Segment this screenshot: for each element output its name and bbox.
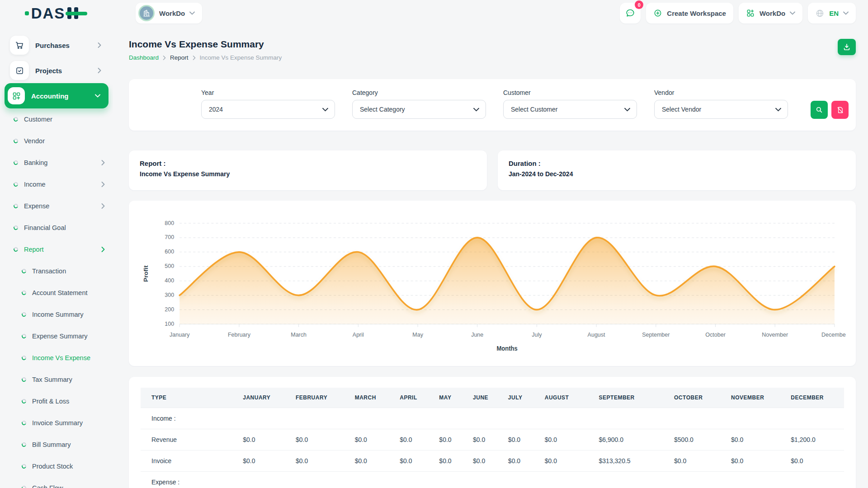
svg-text:March: March [291,331,307,338]
customer-select[interactable]: Select Customer [503,100,637,119]
page-title: Income Vs Expense Summary [129,39,282,50]
column-header: APRIL [389,388,428,408]
value-cell: $0.0 [720,429,780,450]
sidebar-item-label: Vendor [24,137,105,145]
value-cell: $0.0 [497,450,534,472]
sidebar-item-income[interactable]: Income [8,174,105,195]
chevron-down-icon [775,108,781,112]
bullet-icon [21,355,27,361]
value-cell: $0.0 [428,429,462,450]
bullet-icon [21,442,27,448]
income-expense-table: TYPEJANUARYFEBRUARYMARCHAPRILMAYJUNEJULY… [141,388,844,488]
report-card-title: Report : [140,160,476,167]
group-label: Expense : [141,472,844,488]
category-filter: Category Select Category [352,89,486,119]
sidebar-item-cash-flow[interactable]: Cash Flow [8,477,105,488]
year-filter: Year 2024 [201,89,335,119]
sidebar-item-label: Report [24,246,95,253]
logo-dot-icon [25,11,29,15]
download-button[interactable] [838,39,856,55]
customer-filter: Customer Select Customer [503,89,637,119]
duration-card-value: Jan-2024 to Dec-2024 [509,170,845,178]
bullet-icon [21,399,27,404]
topbar-actions: 0 Create Workspace WorkDo EN [620,3,856,23]
duration-summary-card: Duration : Jan-2024 to Dec-2024 [498,150,856,190]
sidebar-item-expense[interactable]: Expense [8,195,105,217]
chevron-down-icon [322,108,328,112]
breadcrumb-item[interactable]: Report [170,54,189,61]
vendor-select[interactable]: Select Vendor [654,100,788,119]
sidebar-item-income-summary[interactable]: Income Summary [8,304,105,325]
logo-h-glyph [67,5,88,21]
value-cell: $6,900.0 [588,429,663,450]
chat-bubble-icon [625,8,636,19]
dash-logo: DAS [25,5,89,21]
app-switcher-button[interactable]: WorkDo [739,3,802,23]
workspace-avatar [138,5,155,21]
sidebar-item-product-stock[interactable]: Product Stock [8,455,105,477]
sidebar-item-expense-summary[interactable]: Expense Summary [8,325,105,347]
sidebar-item-purchases[interactable]: Purchases [8,33,105,58]
bullet-icon [13,117,19,122]
sidebar-item-banking[interactable]: Banking [8,152,105,174]
year-select-value: 2024 [209,106,223,113]
vendor-filter: Vendor Select Vendor [654,89,788,119]
sidebar-item-projects[interactable]: Projects [8,58,105,83]
report-card-value: Income Vs Expense Summary [140,170,476,178]
messages-button[interactable]: 0 [620,3,641,23]
sidebar-item-income-vs-expense[interactable]: Income Vs Expense [8,347,105,369]
svg-text:Months: Months [496,345,517,352]
value-cell: $0.0 [344,429,389,450]
sidebar-item-tax-summary[interactable]: Tax Summary [8,369,105,390]
value-cell: $0.0 [285,450,344,472]
sidebar-item-vendor[interactable]: Vendor [8,130,105,152]
svg-text:September: September [642,331,670,338]
sidebar-item-account-statement[interactable]: Account Statement [8,282,105,304]
column-header: SEPTEMBER [588,388,663,408]
svg-text:100: 100 [165,320,174,327]
bullet-icon [21,420,27,426]
column-header: JUNE [462,388,497,408]
create-workspace-button[interactable]: Create Workspace [646,3,733,23]
income-expense-table-card: TYPEJANUARYFEBRUARYMARCHAPRILMAYJUNEJULY… [129,377,856,488]
workspace-switcher[interactable]: WorkDo [136,3,202,23]
column-header: JULY [497,388,534,408]
category-select[interactable]: Select Category [352,100,486,119]
sidebar-item-profit-loss[interactable]: Profit & Loss [8,390,105,412]
sidebar-item-accounting[interactable]: Accounting [5,83,108,108]
logo-text: DAS [31,6,66,21]
sidebar-item-bill-summary[interactable]: Bill Summary [8,434,105,455]
row-type-cell: Revenue [141,429,232,450]
sidebar-item-transaction[interactable]: Transaction [8,260,105,282]
chart-card: 100200300400500600700800 JanuaryFebruary… [129,201,856,366]
value-cell: $0.0 [285,429,344,450]
breadcrumb-item[interactable]: Dashboard [129,54,159,61]
svg-text:August: August [588,331,605,338]
sidebar-item-label: Banking [24,159,95,166]
language-selector[interactable]: EN [808,3,856,23]
checkbox-icon [10,61,29,80]
table-group-row: Expense : [141,472,844,488]
sidebar-item-customer[interactable]: Customer [8,108,105,130]
table-header-row: TYPEJANUARYFEBRUARYMARCHAPRILMAYJUNEJULY… [141,388,844,408]
sidebar-item-label: Profit & Loss [32,398,105,405]
workspace-label: WorkDo [159,9,185,17]
sidebar-item-label: Account Statement [32,289,105,296]
svg-text:200: 200 [165,306,174,313]
sidebar-item-invoice-summary[interactable]: Invoice Summary [8,412,105,434]
category-select-value: Select Category [360,106,405,113]
value-cell: $0.0 [232,429,285,450]
bullet-icon [21,485,27,488]
sidebar-item-report[interactable]: Report [8,239,105,260]
value-cell: $0.0 [428,450,462,472]
value-cell: $0.0 [534,450,588,472]
reset-filter-button[interactable] [831,101,849,119]
bullet-icon [13,225,19,231]
sidebar-item-financial-goal[interactable]: Financial Goal [8,217,105,239]
profit-area-chart[interactable]: 100200300400500600700800 JanuaryFebruary… [139,210,846,355]
chevron-down-icon [843,11,849,15]
sidebar-item-label: Transaction [32,267,105,275]
svg-text:500: 500 [165,263,174,270]
apply-filter-button[interactable] [811,101,828,119]
year-select[interactable]: 2024 [201,100,335,119]
